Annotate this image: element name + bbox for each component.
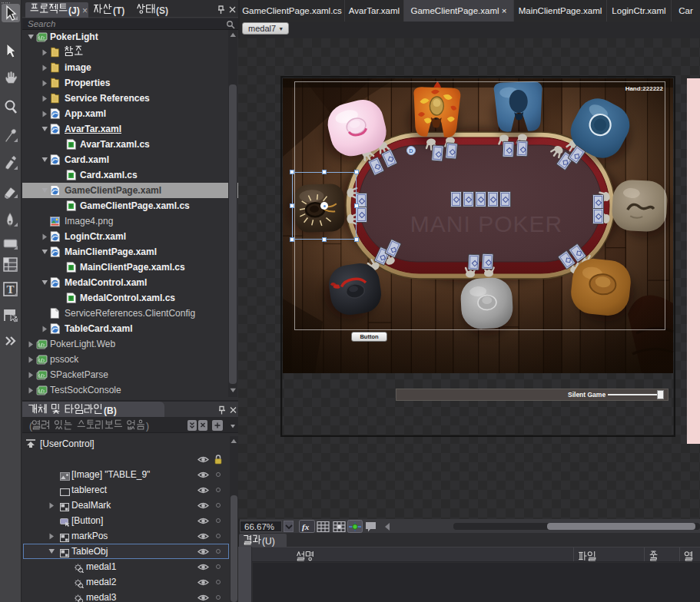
svg-text:fx: fx <box>302 522 310 531</box>
svg-text:T: T <box>6 283 14 296</box>
